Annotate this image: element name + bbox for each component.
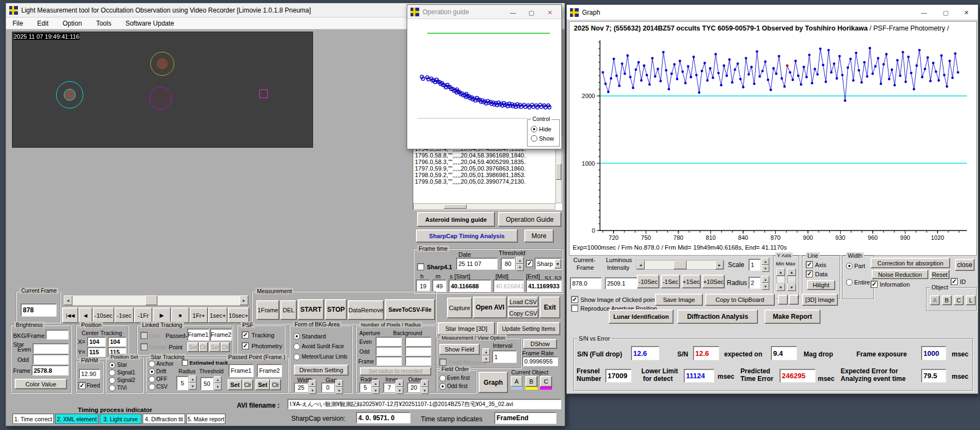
end-seconds-field[interactable]: 41.1169933 [526,280,562,292]
hilight-button[interactable]: Hilight [807,280,835,290]
graph-radius-spinner[interactable]: ▲▼ [762,276,769,290]
minus-10sec-button[interactable]: -10Sec [637,275,659,288]
dshow-button[interactable]: DShow [523,339,557,349]
guide-show-radio[interactable] [531,135,537,142]
small-button-2[interactable] [789,295,799,305]
track-off-radio[interactable] [149,376,155,383]
plus-10sec-button[interactable]: +10Sec [702,275,725,288]
pixels-frame-aperture-field[interactable] [376,356,402,366]
track-radius-spinner[interactable]: ▲▼ [189,376,197,390]
copy-csv-button[interactable]: Copy CSV [508,308,538,318]
fresnel-field[interactable]: 17009 [605,369,632,383]
threshold-field[interactable]: 80 [501,258,515,270]
psf-photometry-checkbox[interactable] [242,342,249,349]
transport-minus10sec-button[interactable]: -10sec [93,307,114,323]
transport-plus1sec-button[interactable]: 1sec+ [208,307,228,323]
pixels-frame-background-field[interactable] [405,356,431,366]
reset-button[interactable]: Reset [930,270,950,279]
information-checkbox[interactable] [871,281,878,288]
track-threshold-field[interactable]: 50 [200,377,213,390]
transport-skip-start-button[interactable]: |◀◀ [62,307,78,323]
avi-filename-field[interactable]: I:¥A-えんぺい観測¥観測記録2025¥07-12月¥20251107-1@2… [287,399,561,409]
line-axis-checkbox[interactable] [806,261,813,268]
graph-scroll-thumb[interactable] [673,261,687,269]
stop-button[interactable]: STOP [325,299,347,320]
linked-clr2-button[interactable]: Clr [220,342,230,352]
y1-field[interactable]: 115 [87,347,106,357]
mid-seconds-field[interactable]: 40.6168410 [493,280,524,292]
timing-tab-5[interactable]: 5. Make report [186,414,225,424]
sn-field[interactable]: 12.6 [693,346,719,360]
graph-minimize-icon[interactable]: — [916,8,932,17]
show-field-button[interactable]: Show Field [439,344,480,355]
menu-edit[interactable]: Edit [37,20,48,27]
dataremove-button[interactable]: DataRemove [348,300,384,320]
load-csv-button[interactable]: Load CSV [508,296,538,307]
odd-first-radio[interactable] [439,383,446,390]
video-frame[interactable]: 2025 11 07 19:49:41:116 [12,32,313,148]
scale-spinner[interactable]: ▲▼ [762,258,769,272]
minute-field[interactable]: 49 [432,280,446,292]
trackbar-thumb[interactable] [145,295,157,305]
graph-object-a-button[interactable]: A [930,295,940,305]
log-hscrollbar[interactable] [413,203,555,210]
width-part-radio[interactable] [846,263,853,269]
psf-tracking-checkbox[interactable] [242,331,249,338]
graph-title-bar[interactable]: Graph — ▢ ✕ [567,5,978,20]
track-radius-field[interactable]: 5 [176,376,188,390]
opguide-title-bar[interactable]: Operation guide — ▢ ✕ [407,5,561,19]
sharpcap-version-field[interactable]: 4. 0. 9571. 0 [356,412,411,423]
even-first-radio[interactable] [439,375,446,381]
linked-clr1-button[interactable]: Clr [199,342,208,352]
opguide-maximize-icon[interactable]: ▢ [523,8,540,17]
graph-maximize-icon[interactable]: ▢ [938,8,954,17]
transport-minus1frame-button[interactable]: -1Fr [134,307,152,323]
sharp41-checkbox[interactable] [417,263,424,270]
more-button[interactable]: More [524,229,554,243]
menu-option[interactable]: Option [63,20,82,27]
date-field[interactable]: 25 11 07 [456,258,498,270]
interval-field[interactable]: 1 [492,350,517,363]
link-checkbox[interactable] [140,332,148,339]
width-entire-radio[interactable] [846,279,853,286]
posset-signal2-radio[interactable] [109,377,115,384]
width-field[interactable]: 25 [294,383,308,392]
linked-frame1-field[interactable]: Frame1 [187,329,209,341]
passed-frame2-field[interactable]: Frame2 [257,364,282,377]
correction-absorption-button[interactable]: Correction for absorption [871,258,950,268]
transport-play-button[interactable]: ▶ [152,307,171,323]
graph-current-frame-field[interactable]: 878.0 [570,277,602,289]
opguide-close-icon[interactable]: ✕ [542,8,558,17]
pixels-inner-spinner[interactable]: ▲▼ [396,380,403,394]
star-image-3d-button[interactable]: Star Image [3D] [438,322,495,335]
fwhm-field[interactable]: 12.90 [79,369,100,379]
minus-1sec-button[interactable]: -1Sec [661,275,680,288]
threshold-spinner[interactable]: ▲▼ [516,257,524,271]
ymin-up-icon[interactable]: ▲ [776,268,785,276]
x2-field[interactable]: 104 [108,337,126,347]
frame-exposure-field[interactable]: 1000 [921,346,946,360]
graph-object-c-button[interactable]: C [954,295,964,305]
open-avi-button[interactable]: Open AVI [473,296,507,318]
set-radius-recorded-button[interactable]: Set radius to recorded [360,367,431,376]
width-spinner[interactable]: ▲▼ [309,380,316,394]
trackbar-left-arrow-icon[interactable]: ◄ [64,295,72,305]
frame-trackbar[interactable]: ◄ ► [63,295,249,306]
update-setting-items-button[interactable]: Update Setting Items [497,322,560,335]
object-b-button[interactable]: B [525,376,537,387]
del-button[interactable]: DEL [280,300,297,320]
graph-object-l-button[interactable]: L [966,295,976,305]
star-even-field[interactable] [33,343,69,354]
linked-set1-button[interactable]: Set [187,342,199,352]
menu-tools[interactable]: Tools [96,20,111,27]
timing-tab-2[interactable]: 2. XML element [55,414,99,424]
gap-spinner[interactable]: ▲▼ [335,380,343,394]
pixels-radius-spinner[interactable]: ▲▼ [372,380,379,394]
frame-rate-field[interactable]: 0.9996955 [522,356,558,366]
passed-set2-button[interactable]: Set [255,379,270,390]
ymax-down-icon[interactable]: ▼ [787,283,796,291]
timestamp-mode-field[interactable]: FrameEnd [494,412,556,424]
guide-hide-radio[interactable] [531,126,537,132]
diffraction-analysis-button[interactable]: Diffraction Analysis [677,310,758,324]
analyze-error-field[interactable]: 79.5 [921,369,946,383]
